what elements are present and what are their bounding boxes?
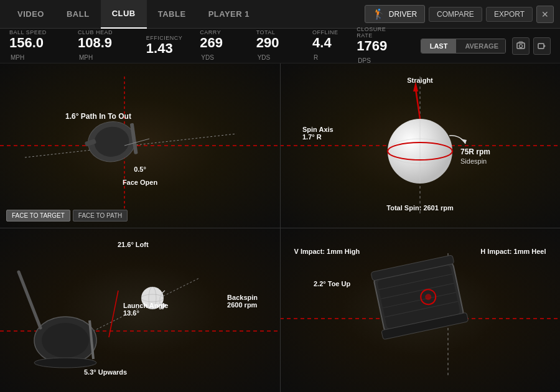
face-open-label: Face Open [123,179,157,186]
h-impact-label: H Impact: 1mm Heel [480,248,546,255]
stat-efficiency: EFFICIENCY 1.43 [146,35,183,56]
stat-carry: CARRY 269 YDS [200,29,238,62]
quadrant-spin: 75R rpm Sidespin Spin Axis 1.7° R Straig… [280,63,560,228]
face-to-path-btn[interactable]: FACE TO PATH [73,210,128,222]
backspin-value: 2600 rpm [227,301,257,309]
closure-rate-value: 1769 [357,38,387,54]
stat-closure-rate: CLOSURE RATE 1769 DPS [357,26,403,65]
face-angle-value: 0.5° [134,166,146,173]
ball-speed-unit: MPH [11,54,24,61]
offline-unit: R [314,54,318,61]
upwards-annotation: 5.3° Upwards [84,368,127,376]
quadrant-launch: 21.6° Loft Launch Angle 13.6° Backspin 2… [0,228,280,392]
nav-right: 🏌 DRIVER COMPARE EXPORT ✕ [365,5,554,23]
spin-axis-value: 1.7° R [302,133,322,141]
total-value: 290 [256,35,279,50]
nav-player1[interactable]: PLAYER 1 [197,0,261,29]
nav-ball[interactable]: BALL [55,0,101,29]
svg-rect-3 [538,44,544,49]
carry-unit: YDS [201,54,214,61]
spin-svg: 75R rpm Sidespin [280,63,560,228]
stat-total: TOTAL 290 YDS [256,29,295,62]
svg-text:1.6° Path In To Out: 1.6° Path In To Out [65,112,131,121]
screenshot-icon [516,42,525,50]
face-buttons: FACE TO TARGET FACE TO PATH [6,210,128,222]
svg-line-31 [19,272,40,328]
svg-line-36 [109,291,118,337]
export-button[interactable]: EXPORT [486,7,533,22]
svg-point-30 [34,358,96,368]
straight-text: Straight [407,77,433,84]
driver-button[interactable]: 🏌 DRIVER [365,5,425,23]
quadrant-impact: V Impact: 1mm High H Impact: 1mm Heel 2.… [280,228,560,392]
launch-angle-label: Launch Angle [123,302,168,309]
driver-label: DRIVER [389,10,417,19]
h-impact-annotation: H Impact: 1mm Heel [480,248,546,255]
screenshot-icon-btn[interactable] [512,37,530,55]
v-impact-label: V Impact: 1mm High [294,248,360,255]
total-spin-label: Total Spin: 2601 rpm [386,204,453,212]
svg-text:Sidespin: Sidespin [460,157,487,165]
club-path-svg: 1.6° Path In To Out [0,63,280,228]
icon-buttons [512,37,551,55]
svg-text:75R rpm: 75R rpm [460,147,490,156]
closure-rate-unit: DPS [358,57,371,64]
stat-club-head: CLUB HEAD 108.9 MPH [78,29,129,62]
svg-marker-24 [460,139,467,144]
spin-axis-annotation: Spin Axis 1.7° R [302,126,334,141]
straight-label: Straight [407,77,433,84]
last-avg-toggle: LAST AVERAGE [421,39,506,54]
stat-ball-speed: BALL SPEED 156.0 MPH [9,29,60,62]
backspin-label: Backspin [227,294,258,301]
stat-offline: OFFLINE 4.4 R [312,29,339,62]
nav-video[interactable]: VIDEO [6,0,55,29]
svg-line-20 [416,89,420,119]
face-to-target-btn[interactable]: FACE TO TARGET [6,210,70,222]
spin-axis-label: Spin Axis [302,126,334,133]
stats-bar: BALL SPEED 156.0 MPH CLUB HEAD 108.9 MPH… [0,29,560,63]
face-angle-annotation: 0.5° [134,166,146,173]
loft-label: 21.6° Loft [118,241,149,248]
compare-button[interactable]: COMPARE [429,7,482,22]
backspin-annotation: Backspin 2600 rpm [227,294,258,309]
quadrant-club-path: 1.6° Path In To Out 0.5° Face Open FACE … [0,63,280,228]
ball-speed-value: 156.0 [9,35,44,50]
nav-club[interactable]: CLUB [101,0,147,29]
svg-marker-4 [544,45,546,47]
efficiency-value: 1.43 [146,40,173,56]
face-open-text: Face Open [123,179,157,186]
main-content: 1.6° Path In To Out 0.5° Face Open FACE … [0,63,560,392]
v-impact-annotation: V Impact: 1mm High [294,248,360,255]
total-spin-text: Total Spin: 2601 rpm [386,204,453,212]
toe-up-label: 2.2° Toe Up [314,280,350,287]
nav-table[interactable]: TABLE [147,0,197,29]
total-unit: YDS [258,54,271,61]
top-nav: VIDEO BALL CLUB TABLE PLAYER 1 🏌 DRIVER … [0,0,560,29]
upwards-label: 5.3° Upwards [84,368,127,376]
offline-value: 4.4 [312,35,332,50]
closure-rate-label: CLOSURE RATE [357,26,403,39]
close-button[interactable]: ✕ [536,6,554,23]
carry-value: 269 [200,35,223,50]
club-head-value: 108.9 [78,35,112,50]
toggle-last[interactable]: LAST [421,39,457,53]
loft-annotation: 21.6° Loft [118,241,149,248]
svg-point-28 [42,323,89,358]
club-head-unit: MPH [79,54,93,61]
toe-up-annotation: 2.2° Toe Up [314,280,350,287]
launch-angle-annotation: Launch Angle 13.6° [123,302,168,317]
svg-point-2 [519,44,522,47]
launch-angle-value: 13.6° [123,309,139,317]
driver-icon: 🏌 [373,8,385,20]
video-icon [538,42,546,50]
toggle-average[interactable]: AVERAGE [456,39,506,53]
video-icon-btn[interactable] [533,37,551,55]
